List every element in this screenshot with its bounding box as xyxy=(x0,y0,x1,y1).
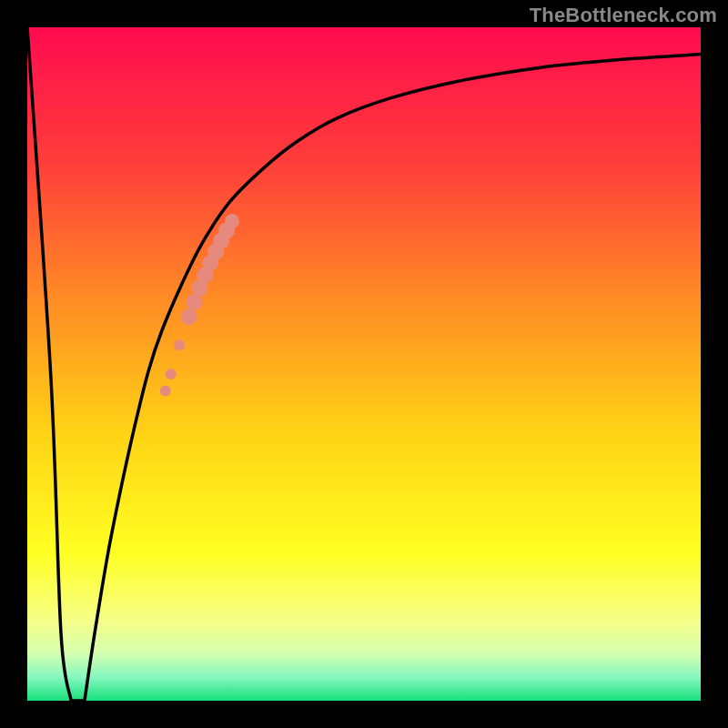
chart-frame: TheBottleneck.com xyxy=(0,0,728,728)
plot-area xyxy=(27,27,701,701)
highlight-dot xyxy=(174,339,185,350)
watermark-text: TheBottleneck.com xyxy=(530,4,717,27)
highlight-dot xyxy=(225,214,239,228)
highlight-dot xyxy=(181,308,197,325)
bottleneck-chart xyxy=(27,27,701,701)
highlight-dot xyxy=(166,369,177,379)
highlight-dot xyxy=(160,386,171,397)
gradient-background xyxy=(27,27,701,701)
highlight-dot xyxy=(187,294,203,310)
